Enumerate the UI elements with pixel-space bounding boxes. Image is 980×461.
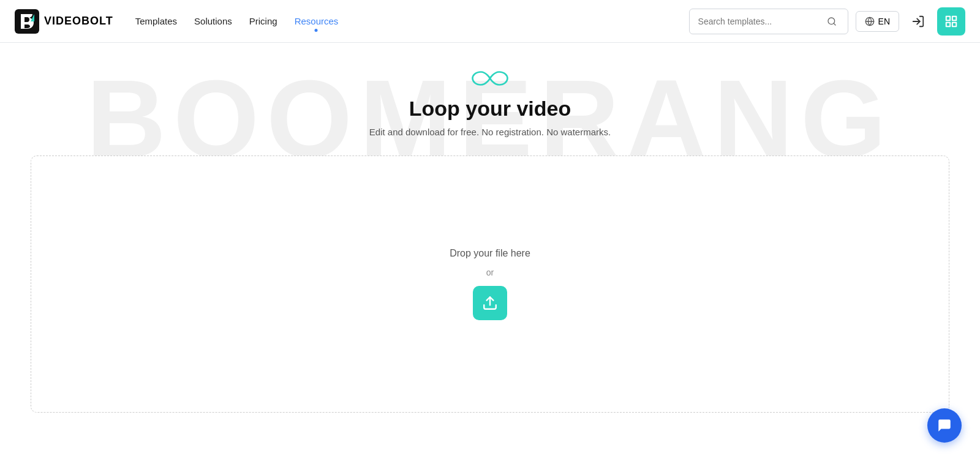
nav-link-templates[interactable]: Templates [135,16,177,26]
nav-link-pricing[interactable]: Pricing [249,16,277,26]
svg-rect-6 [946,16,950,20]
navbar-left: VIDEOBOLT Templates Solutions Pricing Re… [15,9,338,34]
upload-icon [482,295,498,311]
nav-item-solutions[interactable]: Solutions [194,16,232,27]
grid-icon [944,15,958,28]
search-input[interactable] [698,17,820,26]
drop-zone[interactable]: Drop your file here or [31,156,949,413]
globe-icon [865,17,875,26]
svg-line-2 [834,23,835,25]
drop-text: Drop your file here [450,248,530,259]
lang-label: EN [878,17,890,26]
chat-icon [937,418,952,433]
signin-icon [911,15,925,28]
search-container [689,9,848,34]
nav-link-resources[interactable]: Resources [295,16,339,26]
navbar: VIDEOBOLT Templates Solutions Pricing Re… [0,0,980,43]
search-icon [827,17,837,26]
nav-item-pricing[interactable]: Pricing [249,16,277,27]
active-dot [315,29,318,32]
nav-link-solutions[interactable]: Solutions [194,16,232,26]
svg-rect-7 [952,16,956,20]
nav-item-templates[interactable]: Templates [135,16,177,27]
main-content: BOOMERANG Loop your video Edit and downl… [0,43,980,425]
drop-or: or [486,268,494,277]
app-button[interactable] [937,7,965,36]
nav-links: Templates Solutions Pricing Resources [135,16,339,27]
chat-bubble-button[interactable] [927,408,962,443]
signin-button[interactable] [907,10,930,33]
logo[interactable]: VIDEOBOLT [15,9,113,34]
upload-button[interactable] [473,286,507,320]
svg-rect-9 [952,22,956,26]
logo-text: VIDEOBOLT [44,15,113,28]
hero-section: Loop your video Edit and download for fr… [369,67,611,137]
infinity-icon [472,67,508,89]
logo-icon [15,9,39,34]
language-button[interactable]: EN [856,11,899,32]
hero-title: Loop your video [409,97,571,121]
svg-rect-0 [15,9,39,34]
search-button[interactable] [824,14,839,29]
hero-subtitle: Edit and download for free. No registrat… [369,127,611,137]
nav-item-resources[interactable]: Resources [295,16,339,27]
svg-rect-8 [946,22,950,26]
navbar-right: EN [689,7,965,36]
